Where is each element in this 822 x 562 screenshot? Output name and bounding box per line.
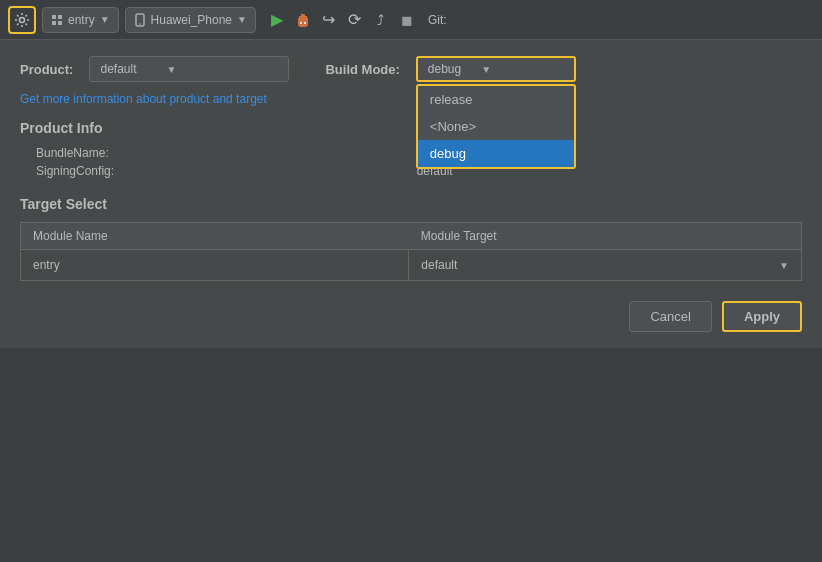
- debug-icon[interactable]: [292, 9, 314, 31]
- svg-rect-4: [58, 21, 62, 25]
- run-icon[interactable]: ▶: [266, 9, 288, 31]
- build-mode-wrapper: debug ▼ release <None> debug: [416, 56, 576, 82]
- product-label: Product:: [20, 62, 73, 77]
- entry-label: entry: [68, 13, 95, 27]
- build-mode-value: debug: [428, 62, 461, 76]
- product-arrow: ▼: [166, 64, 176, 75]
- module-target-select[interactable]: default ▼: [421, 258, 789, 272]
- module-target-arrow: ▼: [779, 260, 789, 271]
- attach-icon[interactable]: ⤴: [370, 9, 392, 31]
- dropdown-item-none[interactable]: <None>: [418, 113, 574, 140]
- info-link[interactable]: Get more information about product and t…: [20, 92, 802, 106]
- signing-config-label: SigningConfig:: [36, 164, 407, 178]
- device-dropdown[interactable]: Huawei_Phone ▼: [125, 7, 256, 33]
- product-info-header: Product Info: [20, 120, 802, 136]
- product-row: Product: default ▼ Build Mode: debug ▼ r…: [20, 56, 802, 82]
- reload-icon[interactable]: ⟳: [344, 9, 366, 31]
- build-mode-label: Build Mode:: [325, 62, 399, 77]
- build-mode-select[interactable]: debug ▼: [416, 56, 576, 82]
- module-name-cell: entry: [21, 250, 409, 281]
- svg-point-0: [20, 17, 25, 22]
- product-value: default: [100, 62, 136, 76]
- dropdown-item-release[interactable]: release: [418, 86, 574, 113]
- svg-rect-3: [52, 21, 56, 25]
- settings-button[interactable]: [8, 6, 36, 34]
- device-arrow: ▼: [237, 14, 247, 25]
- entry-arrow: ▼: [100, 14, 110, 25]
- module-target-value: default: [421, 258, 457, 272]
- table-row: entry default ▼: [21, 250, 802, 281]
- git-label: Git:: [428, 13, 447, 27]
- svg-point-7: [300, 22, 302, 24]
- svg-point-6: [139, 23, 141, 25]
- col-module-target: Module Target: [409, 223, 802, 250]
- col-module-name: Module Name: [21, 223, 409, 250]
- toolbar: entry ▼ Huawei_Phone ▼ ▶ ↪ ⟳ ⤴ ◼ Git:: [0, 0, 822, 40]
- dropdown-item-debug[interactable]: debug: [418, 140, 574, 167]
- svg-rect-2: [58, 15, 62, 19]
- build-mode-dropdown: release <None> debug: [416, 84, 576, 169]
- bundle-name-label: BundleName:: [36, 146, 407, 160]
- module-target-cell: default ▼: [409, 250, 802, 281]
- stop-icon[interactable]: ◼: [396, 9, 418, 31]
- entry-dropdown[interactable]: entry ▼: [42, 7, 119, 33]
- product-select[interactable]: default ▼: [89, 56, 289, 82]
- target-table: Module Name Module Target entry default …: [20, 222, 802, 281]
- step-over-icon[interactable]: ↪: [318, 9, 340, 31]
- action-icons: ▶ ↪ ⟳ ⤴ ◼: [266, 9, 418, 31]
- buttons-row: Cancel Apply: [20, 301, 802, 332]
- svg-point-8: [304, 22, 306, 24]
- svg-rect-1: [52, 15, 56, 19]
- target-select-header: Target Select: [20, 196, 802, 212]
- device-label: Huawei_Phone: [151, 13, 232, 27]
- apply-button[interactable]: Apply: [722, 301, 802, 332]
- build-mode-arrow: ▼: [481, 64, 491, 75]
- dialog: Product: default ▼ Build Mode: debug ▼ r…: [0, 40, 822, 348]
- cancel-button[interactable]: Cancel: [629, 301, 711, 332]
